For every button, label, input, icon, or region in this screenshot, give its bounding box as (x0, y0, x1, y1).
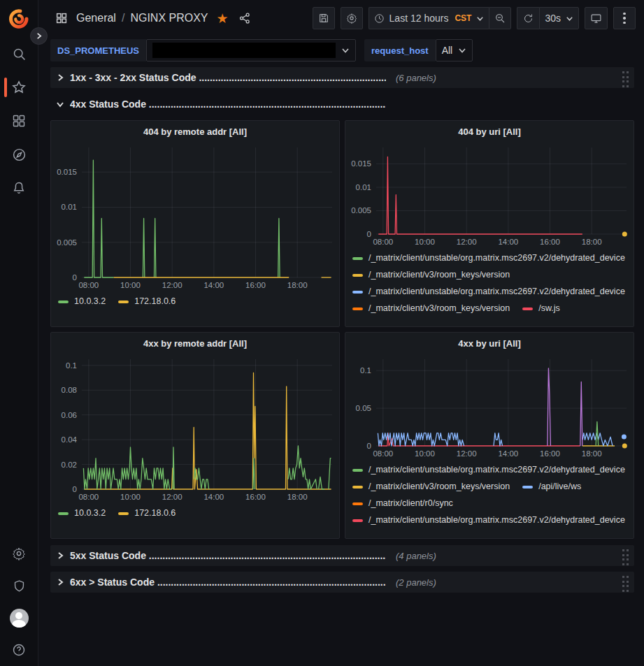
panel-404-by-remote-addr: 404 by remote addr [All] 08:0010:0012:00… (50, 120, 340, 327)
sidebar-starred-icon[interactable] (0, 78, 38, 96)
legend-item[interactable]: /_matrix/client/v3/room_keys/version (352, 269, 510, 281)
share-icon[interactable] (238, 12, 251, 24)
row-panel-count: (2 panels) (396, 577, 436, 588)
panel-title[interactable]: 404 by uri [All] (345, 121, 634, 142)
chart-4xx-by-remote-addr[interactable]: 08:0010:0012:0014:0016:0018:0000.020.040… (51, 354, 339, 503)
legend-swatch-icon (118, 301, 129, 303)
series-line (288, 446, 317, 489)
panel-4xx-by-uri: 4xx by uri [All] 08:0010:0012:0014:0016:… (345, 332, 634, 539)
panel-title[interactable]: 4xx by uri [All] (345, 333, 634, 354)
legend-item[interactable]: /_matrix/client/v3/room_keys/version (352, 481, 510, 493)
row-6xx-header[interactable]: 6xx > Status Code ......................… (50, 572, 634, 593)
legend-label: /_matrix/client/v3/room_keys/version (368, 269, 510, 281)
legend-item[interactable]: /sw.js (522, 303, 560, 314)
legend-item[interactable]: /_matrix/client/v3/room_keys/version (352, 303, 510, 314)
legend-item[interactable]: 172.18.0.6 (118, 507, 176, 519)
request-host-select[interactable]: All (436, 39, 473, 61)
refresh-interval-select[interactable]: 30s (539, 7, 579, 29)
refresh-button[interactable] (517, 7, 539, 29)
row-drag-handle[interactable] (622, 576, 631, 593)
chart-404-by-uri[interactable]: 08:0010:0012:0014:0016:0018:0000.0050.01… (345, 142, 634, 248)
legend-item[interactable]: /api/live/ws (522, 481, 581, 493)
favorite-star-icon[interactable]: ★ (217, 12, 229, 25)
chart-legend: 10.0.3.2172.18.0.6 (51, 503, 339, 535)
legend-item[interactable]: /_matrix/client/unstable/org.matrix.msc2… (352, 514, 625, 526)
sidebar-settings-icon[interactable] (0, 544, 38, 563)
y-axis-tick-label: 0.005 (351, 206, 371, 215)
legend-item[interactable]: 10.0.3.2 (58, 296, 106, 307)
legend-item[interactable]: 172.18.0.6 (118, 296, 176, 307)
sidebar-explore-icon[interactable] (0, 145, 38, 164)
time-range-picker[interactable]: Last 12 hours CST (368, 7, 489, 29)
row-drag-handle[interactable] (622, 549, 631, 567)
dashboard-toolbar: Last 12 hours CST 30s (313, 7, 636, 29)
chart-canvas[interactable]: 08:0010:0012:0014:0016:0018:0000.050.1 (345, 354, 634, 460)
sidebar-help-icon[interactable] (0, 641, 38, 659)
chart-canvas[interactable]: 08:0010:0012:0014:0016:0018:0000.0050.01… (345, 142, 634, 248)
legend-swatch-icon (352, 519, 363, 522)
chart-4xx-by-uri[interactable]: 08:0010:0012:0014:0016:0018:0000.050.1 (345, 354, 634, 460)
panel-404-by-uri: 404 by uri [All] 08:0010:0012:0014:0016:… (345, 120, 634, 327)
ds-prometheus-select[interactable] (146, 39, 356, 61)
x-axis-tick-label: 08:00 (373, 449, 393, 458)
request-host-label: request_host (364, 39, 436, 61)
timezone-label: CST (455, 13, 471, 23)
dashboard-settings-button[interactable] (341, 7, 363, 29)
chevron-right-icon (56, 551, 64, 560)
dashboard-header: General / NGINX PROXY ★ Last 12 hours CS… (38, 0, 644, 36)
chart-canvas[interactable]: 08:0010:0012:0014:0016:0018:0000.0050.01… (51, 142, 339, 291)
legend-label: /_matrix/client/v3/room_keys/version (368, 481, 510, 493)
row-1xx-3xx-2xx-header[interactable]: 1xx - 3xx - 2xx Status Code ............… (50, 67, 634, 88)
row-5xx-header[interactable]: 5xx Status Code ........................… (50, 545, 634, 566)
legend-label: /_matrix/client/unstable/org.matrix.msc2… (368, 464, 625, 476)
x-axis-tick-label: 08:00 (78, 281, 99, 289)
breadcrumb: General / NGINX PROXY (76, 12, 208, 24)
sidebar-search-icon[interactable] (0, 45, 38, 63)
y-axis-tick-label: 0 (367, 230, 371, 238)
legend-swatch-icon (522, 486, 533, 488)
row-drag-handle[interactable] (622, 71, 631, 89)
x-axis-tick-label: 16:00 (245, 281, 266, 289)
panel-title[interactable]: 4xx by remote addr [All] (51, 333, 339, 354)
apps-grid-icon[interactable] (55, 12, 68, 24)
chart-404-by-remote-addr[interactable]: 08:0010:0012:0014:0016:0018:0000.0050.01… (51, 142, 339, 291)
sidebar-admin-shield-icon[interactable] (0, 577, 38, 595)
series-point-marker (622, 435, 627, 440)
grafana-logo-icon[interactable] (8, 8, 29, 29)
chart-legend: /_matrix/client/unstable/org.matrix.msc2… (345, 248, 634, 324)
sidebar-dashboards-icon[interactable] (0, 112, 38, 130)
legend-swatch-icon (58, 512, 69, 515)
request-host-value: All (442, 45, 453, 56)
kiosk-mode-button[interactable] (585, 7, 608, 29)
sidebar-alerting-icon[interactable] (0, 179, 38, 197)
user-avatar[interactable] (0, 609, 38, 627)
legend-swatch-icon (352, 486, 363, 488)
zoom-out-time-button[interactable] (489, 7, 511, 29)
series-line (329, 458, 331, 489)
breadcrumb-dashboard-title[interactable]: NGINX PROXY (130, 12, 208, 24)
avatar-icon (10, 609, 29, 628)
legend-swatch-icon (118, 512, 129, 515)
sidebar-expand-button[interactable] (30, 27, 48, 45)
x-axis-tick-label: 18:00 (582, 238, 602, 246)
breadcrumb-folder[interactable]: General (76, 12, 116, 24)
legend-item[interactable]: 10.0.3.2 (58, 507, 106, 519)
x-axis-tick-label: 14:00 (498, 238, 518, 246)
save-dashboard-button[interactable] (313, 7, 335, 29)
legend-swatch-icon (522, 307, 533, 310)
y-axis-tick-label: 0.1 (66, 361, 77, 370)
y-axis-tick-label: 0.1 (360, 366, 371, 375)
panel-grid: 404 by remote addr [All] 08:0010:0012:00… (50, 120, 634, 539)
legend-item[interactable]: /_matrix/client/unstable/org.matrix.msc2… (352, 464, 625, 476)
legend-item[interactable]: /_matrix/client/r0/sync (352, 498, 453, 509)
chart-canvas[interactable]: 08:0010:0012:0014:0016:0018:0000.020.040… (51, 354, 339, 503)
panel-title[interactable]: 404 by remote addr [All] (51, 121, 339, 142)
legend-item[interactable]: /_matrix/client/unstable/org.matrix.msc2… (352, 286, 625, 298)
row-4xx-header[interactable]: 4xx Status Code ........................… (50, 94, 634, 115)
y-axis-tick-label: 0.08 (62, 386, 77, 394)
more-menu-button[interactable] (613, 7, 636, 29)
row-title: 4xx Status Code (70, 99, 149, 110)
x-axis-tick-label: 12:00 (457, 238, 477, 246)
legend-item[interactable]: /_matrix/client/unstable/org.matrix.msc2… (352, 252, 625, 264)
variable-ds-prometheus: DS_PROMETHEUS (50, 39, 356, 61)
